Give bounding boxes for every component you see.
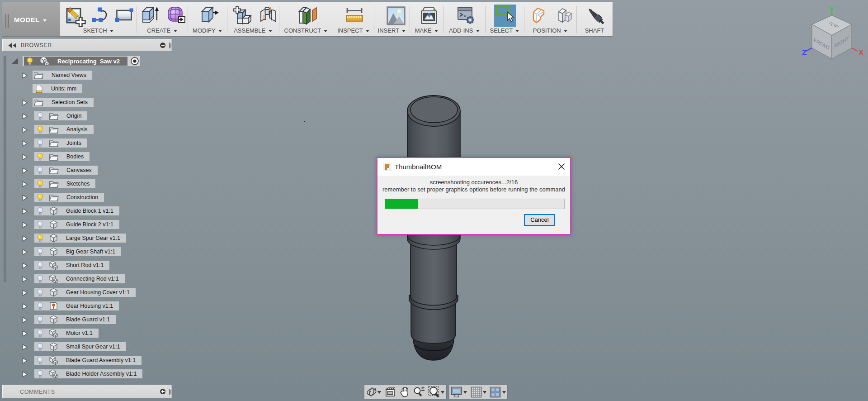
svg-text:Z: Z: [802, 48, 807, 57]
svg-text:X: X: [859, 48, 864, 57]
svg-text:Y: Y: [829, 5, 835, 14]
